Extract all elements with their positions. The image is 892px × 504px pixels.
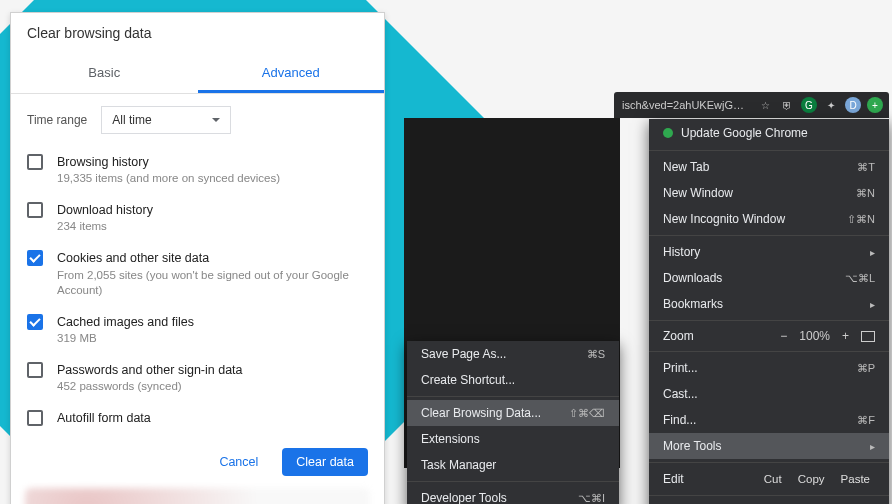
zoom-value: 100% bbox=[799, 329, 830, 343]
submenu-create-shortcut[interactable]: Create Shortcut... bbox=[407, 367, 619, 393]
opt-browsing-history: Browsing history19,335 items (and more o… bbox=[23, 146, 372, 194]
submenu-save-page-as[interactable]: Save Page As...⌘S bbox=[407, 341, 619, 367]
edit-paste[interactable]: Paste bbox=[836, 473, 875, 485]
profile-avatar-icon[interactable]: D bbox=[845, 97, 861, 113]
checkbox[interactable] bbox=[27, 202, 43, 218]
menu-bookmarks[interactable]: Bookmarks▸ bbox=[649, 291, 889, 317]
menu-settings[interactable]: Settings⌘, bbox=[649, 499, 889, 504]
extension-g-icon[interactable]: G bbox=[801, 97, 817, 113]
tab-basic[interactable]: Basic bbox=[11, 55, 198, 93]
menu-new-incognito[interactable]: New Incognito Window⇧⌘N bbox=[649, 206, 889, 232]
opt-passwords: Passwords and other sign-in data452 pass… bbox=[23, 354, 372, 402]
opt-autofill: Autofill form data bbox=[23, 402, 372, 434]
options-list: Browsing history19,335 items (and more o… bbox=[11, 146, 384, 434]
shield-icon[interactable]: ⛨ bbox=[779, 97, 795, 113]
cancel-button[interactable]: Cancel bbox=[205, 448, 272, 476]
checkbox[interactable] bbox=[27, 154, 43, 170]
menu-new-tab[interactable]: New Tab⌘T bbox=[649, 154, 889, 180]
opt-cached: Cached images and files319 MB bbox=[23, 306, 372, 354]
time-range-select[interactable]: All time bbox=[101, 106, 231, 134]
submenu-clear-browsing-data[interactable]: Clear Browsing Data...⇧⌘⌫ bbox=[407, 400, 619, 426]
menu-update-chrome[interactable]: Update Google Chrome bbox=[649, 119, 889, 147]
dialog-tabs: Basic Advanced bbox=[11, 55, 384, 94]
checkbox[interactable] bbox=[27, 410, 43, 426]
time-range-label: Time range bbox=[27, 113, 87, 127]
menu-downloads[interactable]: Downloads⌥⌘L bbox=[649, 265, 889, 291]
clear-browsing-data-dialog: Clear browsing data Basic Advanced Time … bbox=[10, 12, 385, 504]
blurred-account-area bbox=[25, 488, 370, 504]
opt-download-history: Download history234 items bbox=[23, 194, 372, 242]
opt-cookies: Cookies and other site dataFrom 2,055 si… bbox=[23, 242, 372, 305]
checkbox[interactable] bbox=[27, 250, 43, 266]
zoom-out-button[interactable]: − bbox=[780, 329, 787, 343]
checkbox[interactable] bbox=[27, 362, 43, 378]
edit-copy[interactable]: Copy bbox=[793, 473, 830, 485]
chrome-main-menu: Update Google Chrome New Tab⌘T New Windo… bbox=[649, 119, 889, 504]
edit-cut[interactable]: Cut bbox=[759, 473, 787, 485]
zoom-in-button[interactable]: + bbox=[842, 329, 849, 343]
update-dot-icon bbox=[663, 128, 673, 138]
submenu-developer-tools[interactable]: Developer Tools⌥⌘I bbox=[407, 485, 619, 504]
menu-new-window[interactable]: New Window⌘N bbox=[649, 180, 889, 206]
menu-zoom: Zoom − 100% + bbox=[649, 324, 889, 348]
update-available-icon[interactable]: + bbox=[867, 97, 883, 113]
tab-advanced[interactable]: Advanced bbox=[198, 55, 385, 93]
menu-print[interactable]: Print...⌘P bbox=[649, 355, 889, 381]
fullscreen-icon[interactable] bbox=[861, 331, 875, 342]
more-tools-submenu: Save Page As...⌘S Create Shortcut... Cle… bbox=[407, 341, 619, 504]
menu-history[interactable]: History▸ bbox=[649, 239, 889, 265]
submenu-extensions[interactable]: Extensions bbox=[407, 426, 619, 452]
star-icon[interactable]: ☆ bbox=[757, 97, 773, 113]
menu-more-tools[interactable]: More Tools▸ bbox=[649, 433, 889, 459]
menu-edit-row: Edit Cut Copy Paste bbox=[649, 466, 889, 492]
checkbox[interactable] bbox=[27, 314, 43, 330]
address-bar-strip: isch&ved=2ahUKEwjG… ☆ ⛨ G ✦ D + bbox=[614, 92, 889, 118]
menu-cast[interactable]: Cast... bbox=[649, 381, 889, 407]
url-text: isch&ved=2ahUKEwjG… bbox=[614, 99, 757, 111]
menu-find[interactable]: Find...⌘F bbox=[649, 407, 889, 433]
dialog-title: Clear browsing data bbox=[11, 13, 384, 55]
clear-data-button[interactable]: Clear data bbox=[282, 448, 368, 476]
submenu-task-manager[interactable]: Task Manager bbox=[407, 452, 619, 478]
extensions-puzzle-icon[interactable]: ✦ bbox=[823, 97, 839, 113]
